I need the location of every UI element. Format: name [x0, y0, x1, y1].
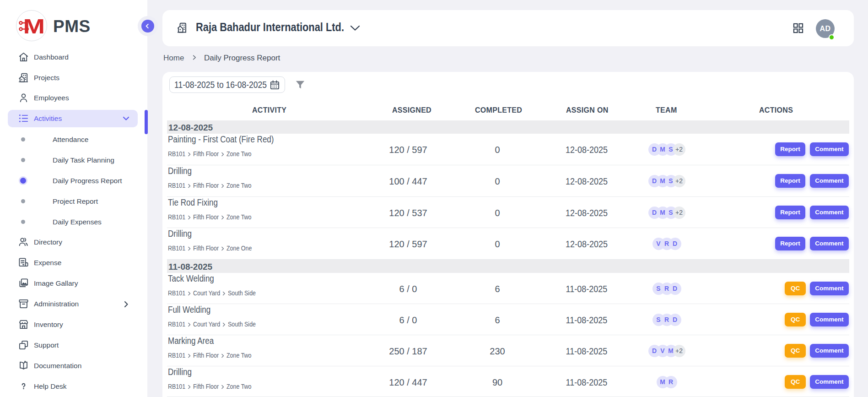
- svg-text:M: M: [23, 15, 45, 38]
